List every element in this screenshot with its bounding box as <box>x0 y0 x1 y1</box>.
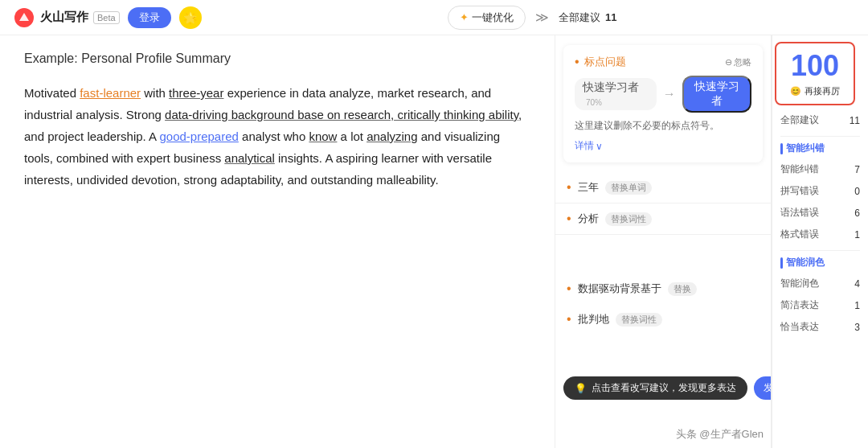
sidebar-grammar-count: 6 <box>854 208 860 219</box>
suggestion-label-4: 数据驱动背景基于 <box>578 282 661 296</box>
score-emoji: 😊 <box>790 86 801 97</box>
sidebar-format-count: 1 <box>854 229 860 240</box>
avatar-button[interactable]: 🌟 <box>179 6 202 29</box>
suggestion-label-2: 分析 <box>578 212 599 226</box>
discover-button[interactable]: 发现更多表达 2 <box>754 376 772 400</box>
word-know[interactable]: know <box>309 129 337 143</box>
sidebar-proper-label: 恰当表达 <box>780 320 819 334</box>
suggestions-header: 全部建议 11 <box>559 10 616 25</box>
optimize-button[interactable]: ✦ 一键优化 <box>448 6 526 30</box>
word-good-prepared[interactable]: good-prepared <box>159 129 238 143</box>
sidebar-smart-color[interactable]: 智能润色 4 <box>780 273 860 294</box>
sidebar-spelling-count: 0 <box>854 186 860 197</box>
main-layout: Example: Personal Profile Summary Motiva… <box>0 35 868 448</box>
phrase-data-driving[interactable]: data-driving background base on research… <box>165 108 518 121</box>
more-button[interactable]: ≫ <box>532 10 552 25</box>
sidebar-proper-count: 3 <box>854 322 860 333</box>
sidebar-smart-error[interactable]: 智能纠错 7 <box>780 158 860 180</box>
suggestion-label-1: 三年 <box>578 180 599 195</box>
original-score: 70% <box>586 98 602 107</box>
sidebar-spelling[interactable]: 拼写错误 0 <box>780 180 860 202</box>
card-detail-button[interactable]: 详情 ∨ <box>575 139 751 153</box>
app-header: 火山写作 Beta 登录 🌟 ✦ 一键优化 ≫ 全部建议 11 <box>0 0 868 35</box>
tooltip-text: 点击查看改写建议，发现更多表达 <box>592 381 736 395</box>
sidebar-divider-2 <box>780 250 860 251</box>
detail-label: 详情 <box>575 139 594 153</box>
logo-text: 火山写作 <box>40 10 88 25</box>
sidebar-smart-error-label: 智能纠错 <box>780 162 819 176</box>
doc-title: Example: Personal Profile Summary <box>24 51 530 66</box>
ignore-button[interactable]: ⊖ 忽略 <box>725 56 751 68</box>
sidebar-smart-color-count: 4 <box>854 278 860 290</box>
ignore-icon: ⊖ <box>725 57 732 68</box>
word-fast-learner[interactable]: fast-learner <box>80 86 141 100</box>
optimize-label: 一键优化 <box>472 10 514 25</box>
suggestion-tag-5[interactable]: 替换词性 <box>616 313 662 327</box>
sidebar-divider-1 <box>780 136 860 137</box>
logo-area: 火山写作 Beta <box>13 6 120 29</box>
suggestions-count: 11 <box>605 11 616 23</box>
score-sub: 😊 再接再厉 <box>786 85 844 97</box>
beta-badge: Beta <box>93 11 120 24</box>
sidebar-all-suggestions[interactable]: 全部建议 11 <box>780 109 860 131</box>
word-options: 快速学习者 70% → 快速学习者 <box>575 76 751 113</box>
sidebar-concise-count: 1 <box>854 300 860 311</box>
suggestion-item-2[interactable]: 分析 替换词性 <box>555 203 771 235</box>
editor-area: Example: Personal Profile Summary Motiva… <box>0 35 555 448</box>
suggestion-label-5: 批判地 <box>578 312 609 327</box>
card-description: 这里建议删除不必要的标点符号。 <box>575 119 751 133</box>
suggestion-item-1[interactable]: 三年 替换单词 <box>555 172 771 203</box>
score-label: 再接再厉 <box>805 85 840 97</box>
card-header: 标点问题 ⊖ 忽略 <box>575 55 751 69</box>
suggested-word-button[interactable]: 快速学习者 <box>682 76 751 113</box>
word-original: 快速学习者 70% <box>575 78 657 110</box>
suggestion-tag-4[interactable]: 替换 <box>668 282 697 296</box>
smart-error-label: 智能纠错 <box>786 142 825 155</box>
sidebar-format-label: 格式错误 <box>780 228 819 241</box>
suggestions-label: 全部建议 <box>559 10 600 25</box>
sidebar-smart-color-label: 智能润色 <box>780 277 819 290</box>
word-analytical[interactable]: analytical <box>224 151 275 165</box>
smart-color-label: 智能润色 <box>786 256 825 269</box>
middle-panel: 标点问题 ⊖ 忽略 快速学习者 70% → 快速学习者 这里建议删除不必要的标点… <box>555 35 772 448</box>
sidebar-grammar[interactable]: 语法错误 6 <box>780 202 860 224</box>
sidebar-smart-error-section: 智能纠错 <box>780 142 860 155</box>
suggestion-item-5[interactable]: 批判地 替换词性 <box>555 304 771 335</box>
sidebar-spelling-label: 拼写错误 <box>780 184 819 198</box>
sidebar-smart-error-count: 7 <box>854 164 860 175</box>
logo-icon <box>13 6 35 29</box>
bulb-icon: 💡 <box>575 383 587 394</box>
word-analyzing[interactable]: analyzing <box>366 129 417 143</box>
sidebar-concise[interactable]: 简洁表达 1 <box>780 294 860 316</box>
header-center: ✦ 一键优化 ≫ 全部建议 11 <box>210 6 855 30</box>
suggestion-item-4[interactable]: 数据驱动背景基于 替换 <box>555 273 771 304</box>
sidebar-all-label: 全部建议 <box>780 113 819 127</box>
suggestion-tag-1[interactable]: 替换单词 <box>605 181 652 195</box>
suggestion-card: 标点问题 ⊖ 忽略 快速学习者 70% → 快速学习者 这里建议删除不必要的标点… <box>563 45 763 162</box>
discover-label: 发现更多表达 <box>764 381 772 395</box>
ignore-label: 忽略 <box>734 56 751 68</box>
tooltip-bar: 💡 点击查看改写建议，发现更多表达 发现更多表达 2 <box>563 376 763 400</box>
sidebar-proper[interactable]: 恰当表达 3 <box>780 316 860 338</box>
tooltip-bubble: 💡 点击查看改写建议，发现更多表达 <box>563 376 747 400</box>
sidebar-format[interactable]: 格式错误 1 <box>780 224 860 245</box>
watermark: 头条 @生产者Glen <box>676 427 764 442</box>
chevron-down-icon: ∨ <box>596 141 603 152</box>
sidebar-grammar-label: 语法错误 <box>780 206 819 220</box>
card-type-label: 标点问题 <box>575 55 626 69</box>
score-number: 100 <box>786 50 844 82</box>
suggestion-tag-2[interactable]: 替换词性 <box>605 212 652 226</box>
sidebar-smart-color-section: 智能润色 <box>780 256 860 269</box>
sidebar-all-count: 11 <box>850 115 860 126</box>
original-text: 快速学习者 <box>583 80 639 93</box>
word-three-year[interactable]: three-year <box>169 86 223 100</box>
sidebar-concise-label: 简洁表达 <box>780 298 819 312</box>
login-button[interactable]: 登录 <box>128 7 171 28</box>
score-box: 100 😊 再接再厉 <box>775 42 855 105</box>
star-icon: ✦ <box>460 11 469 23</box>
doc-content: Motivated fast-learner with three-year e… <box>24 82 530 191</box>
arrow-icon: → <box>663 87 676 101</box>
